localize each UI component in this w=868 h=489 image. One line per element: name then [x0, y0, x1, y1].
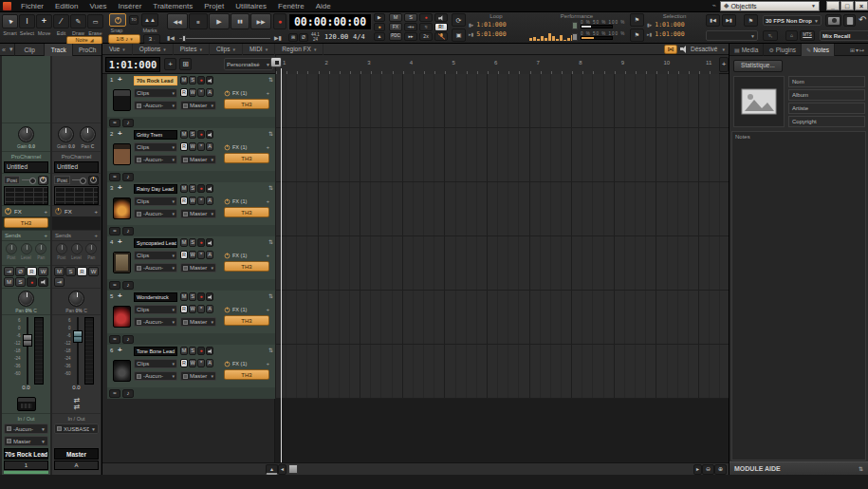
clips-filter-icon[interactable]: ≈ — [109, 281, 120, 290]
clips-filter-icon[interactable]: ≈ — [109, 227, 120, 235]
record-option-button[interactable]: ● — [374, 23, 385, 31]
marks-button[interactable]: ▲▲ — [141, 13, 158, 27]
master-balance-knob[interactable] — [80, 126, 96, 142]
fx-power-icon[interactable] — [225, 90, 231, 96]
erase-tool-button[interactable]: ▭ — [87, 14, 103, 28]
notes-filter-icon[interactable]: ♪ — [122, 227, 134, 235]
punch-region-button[interactable]: ▣ — [452, 28, 466, 42]
horizontal-scrollbar[interactable]: ▴ ◂ ▸ ⊖ ⊕ — [102, 462, 729, 475]
undo-icon[interactable]: ↶ — [859, 14, 866, 25]
track-output-dropdown[interactable]: Master▾ — [180, 317, 216, 327]
track-name[interactable]: 70s Rock Lead — [134, 76, 177, 85]
track-automation-button[interactable]: A — [206, 197, 213, 205]
marker-jump-end-button[interactable]: ▶▮ — [722, 14, 736, 27]
track-icon[interactable] — [113, 197, 131, 219]
clip-lane[interactable] — [275, 128, 729, 182]
snap-mode-toggle[interactable]: TO — [129, 15, 139, 25]
track-clips-dropdown[interactable]: Clips▾ — [134, 142, 177, 152]
ripple-edit-button[interactable]: R! — [434, 23, 448, 31]
close-button[interactable]: × — [855, 1, 868, 10]
clips-filter-icon[interactable]: ≈ — [109, 389, 120, 398]
speed-button[interactable]: 2x — [419, 32, 433, 41]
write-automation-button[interactable]: W — [38, 267, 48, 276]
record-arm-button[interactable]: ● — [27, 277, 37, 287]
clip-lane[interactable] — [275, 182, 729, 236]
amp-thumbnail-icon[interactable] — [17, 397, 36, 411]
track-record-button[interactable]: ● — [197, 347, 205, 355]
select-tool-button[interactable]: I — [19, 14, 35, 28]
input-echo-all-button[interactable] — [434, 13, 448, 22]
track-record-button[interactable]: ● — [197, 184, 205, 193]
loop-end[interactable]: 5:01:000 — [476, 30, 506, 38]
track-mute-button[interactable]: M — [180, 130, 188, 139]
send-post-knob[interactable] — [6, 243, 17, 254]
lens-selector[interactable]: ◆Objectifs▼ — [720, 1, 820, 11]
track-read-button[interactable]: R — [180, 251, 188, 259]
smart-tool-button[interactable]: ► — [2, 14, 18, 28]
master-gain-knob[interactable] — [58, 126, 74, 142]
send-pan-knob[interactable] — [35, 243, 46, 254]
fx-power-icon[interactable] — [225, 144, 231, 150]
track-fx-plugin[interactable]: TH3 — [224, 207, 269, 217]
play-option-button[interactable]: ▶ — [374, 13, 385, 22]
prochannel-power-button[interactable] — [38, 176, 48, 185]
pause-button[interactable]: ▮▮ — [231, 13, 249, 29]
track-write-button[interactable]: W — [189, 305, 196, 313]
export-doc-button[interactable] — [843, 14, 856, 27]
loop-toggle-button[interactable]: ⟳ — [452, 13, 466, 27]
track-record-button[interactable]: ● — [197, 292, 205, 301]
tempo-display[interactable]: 120.00 — [324, 33, 348, 41]
tab-clip[interactable]: Clip — [14, 44, 44, 56]
fast-forward-button[interactable]: ▶▶ — [250, 13, 271, 29]
home-view-button[interactable]: ⌂ — [785, 30, 798, 41]
menu-item[interactable]: Fichier — [15, 2, 49, 10]
add-fx-icon[interactable]: + — [267, 144, 269, 150]
go-end-icon[interactable]: ▶▮ — [274, 34, 282, 41]
menu-item[interactable]: Edition — [49, 2, 83, 10]
phase-button[interactable]: Ø — [15, 267, 26, 276]
track-freeze-button[interactable]: * — [197, 88, 205, 97]
dropdown-icon[interactable]: ▾ — [9, 46, 13, 53]
track-input-dropdown[interactable]: -Aucun-▾ — [134, 371, 177, 381]
notes-filter-icon[interactable]: ♪ — [122, 119, 134, 127]
track-drag-handle[interactable]: + — [118, 75, 122, 84]
tab-track[interactable]: Track — [44, 44, 73, 56]
snap-count-selector[interactable]: 3. — [143, 34, 160, 44]
track-freeze-button[interactable]: * — [197, 142, 205, 151]
solo-all-button[interactable]: S — [404, 13, 417, 22]
punch-button[interactable]: ▸▸ — [404, 32, 417, 41]
link-button[interactable]: ⇥ — [4, 267, 14, 276]
track-solo-button[interactable]: S — [189, 347, 196, 355]
track-name[interactable]: Tone Bone Lead — [134, 347, 177, 356]
now-time-marker[interactable] — [270, 57, 282, 67]
track-name[interactable]: Rainy Day Lead — [134, 184, 177, 194]
fx-power-icon[interactable] — [225, 361, 231, 367]
preset-name-field[interactable]: Untitled — [54, 161, 99, 173]
move-tool-button[interactable]: + — [36, 14, 52, 28]
mute-all-button[interactable]: M — [389, 13, 402, 22]
time-ruler[interactable]: 123456789101112 — [275, 55, 719, 74]
scroll-right-button[interactable]: ▸ — [693, 464, 702, 475]
metronome-button[interactable]: ▲ — [374, 32, 385, 41]
track-drag-handle[interactable]: + — [118, 292, 122, 300]
time-signature[interactable]: 4/4 — [353, 33, 365, 41]
track-automation-button[interactable]: A — [206, 251, 213, 259]
track-drag-handle[interactable]: + — [118, 237, 122, 246]
selection-end[interactable]: 1:01:000 — [655, 30, 684, 38]
track-row[interactable]: 3 + Rainy Day Lead M S ● ⇅ Clips▾ R W * … — [107, 182, 275, 236]
dock-icons[interactable]: ⊞▾↦ — [850, 47, 868, 53]
track-name[interactable]: Master — [54, 448, 99, 460]
track-row[interactable]: 1 + 70s Rock Lead M S ● ⇅ Clips▾ R W * A… — [107, 74, 275, 128]
track-read-button[interactable]: R — [180, 197, 188, 205]
tab-media[interactable]: ▤Media — [729, 44, 764, 56]
track-input-echo-button[interactable] — [206, 76, 213, 85]
fit-tracks-button[interactable]: ≈, — [763, 30, 778, 41]
track-drag-handle[interactable]: + — [118, 183, 122, 192]
volume-fader[interactable] — [73, 330, 83, 343]
track-record-button[interactable]: ● — [197, 76, 205, 85]
grid-layout-button[interactable]: ⊞ — [179, 58, 192, 70]
field-copyright[interactable]: Copyright — [788, 116, 865, 127]
snap-button[interactable] — [109, 13, 126, 27]
screenshot-button[interactable] — [825, 14, 841, 27]
menu-item[interactable]: Insérer — [112, 2, 147, 10]
